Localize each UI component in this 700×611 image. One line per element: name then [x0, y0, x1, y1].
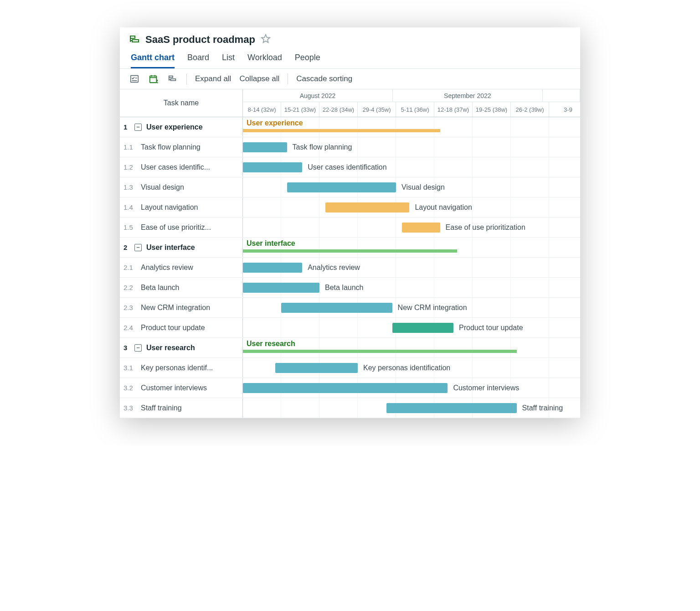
- task-bar[interactable]: [392, 323, 453, 333]
- row-index: 1.2: [124, 163, 136, 171]
- task-bar[interactable]: [243, 283, 319, 293]
- task-bar-label: New CRM integration: [398, 303, 467, 313]
- week-header: 15-21 (33w): [281, 102, 319, 117]
- task-bar[interactable]: [243, 142, 287, 152]
- task-name[interactable]: Analytics review: [141, 264, 193, 272]
- task-bar[interactable]: [325, 202, 410, 212]
- header: SaaS product roadmap Gantt chart Board L…: [120, 27, 580, 68]
- tabs: Gantt chart Board List Workload People: [129, 50, 571, 68]
- row-index: 3.2: [124, 384, 136, 392]
- task-name[interactable]: User cases identific...: [141, 163, 210, 171]
- task-name[interactable]: Staff training: [141, 404, 182, 412]
- checklist-icon[interactable]: [129, 73, 140, 84]
- task-bar-label: Beta launch: [325, 283, 364, 293]
- task-name[interactable]: New CRM integration: [141, 304, 210, 312]
- task-name[interactable]: Key personas identif...: [141, 364, 213, 372]
- collapse-all-button[interactable]: Collapse all: [239, 74, 279, 83]
- row-index: 2: [124, 243, 130, 251]
- grid-body: 1−User experienceUser experience1.1Task …: [120, 117, 580, 418]
- task-row: 3.1Key personas identif...Key personas i…: [120, 358, 580, 378]
- task-row: 1.2User cases identific...User cases ide…: [120, 157, 580, 177]
- svg-rect-0: [130, 36, 135, 38]
- project-icon: [129, 34, 140, 45]
- row-index: 2.3: [124, 304, 136, 311]
- star-icon[interactable]: [261, 34, 271, 46]
- project-title: SaaS product roadmap: [145, 34, 255, 46]
- task-bar-label: Analytics review: [308, 263, 360, 273]
- svg-marker-4: [262, 35, 270, 42]
- group-bar[interactable]: [243, 129, 440, 132]
- task-name[interactable]: Ease of use prioritiz...: [141, 223, 211, 232]
- tab-board[interactable]: Board: [187, 50, 209, 68]
- divider: [288, 73, 288, 84]
- row-index: 2.2: [124, 284, 136, 291]
- task-bar-label: Task flow planning: [293, 142, 352, 152]
- task-name[interactable]: Visual design: [141, 183, 184, 192]
- calendar-alert-icon[interactable]: [148, 73, 159, 84]
- gantt-view-icon[interactable]: [167, 73, 178, 84]
- month-header: September 2022: [393, 89, 543, 102]
- task-row: 2.1Analytics reviewAnalytics review: [120, 258, 580, 278]
- task-bar[interactable]: [243, 162, 302, 172]
- task-name[interactable]: Task flow planning: [141, 143, 201, 151]
- tab-workload[interactable]: Workload: [247, 50, 282, 68]
- row-index: 1.1: [124, 143, 136, 151]
- group-bar-label: User interface: [247, 239, 295, 248]
- row-index: 2.1: [124, 264, 136, 271]
- month-header: [543, 89, 580, 102]
- tab-list[interactable]: List: [222, 50, 235, 68]
- timeline-header: August 2022 September 2022 8-14 (32w)15-…: [243, 89, 580, 117]
- cascade-sorting-button[interactable]: Cascade sorting: [296, 74, 352, 83]
- group-row: 3−User researchUser research: [120, 338, 580, 358]
- task-name[interactable]: Beta launch: [141, 284, 180, 292]
- task-bar[interactable]: [287, 182, 396, 192]
- task-bar-label: User cases identification: [308, 162, 386, 172]
- svg-rect-14: [169, 76, 173, 78]
- tab-gantt-chart[interactable]: Gantt chart: [131, 50, 175, 68]
- weeks-row: 8-14 (32w)15-21 (33w)22-28 (34w)29-4 (35…: [243, 102, 580, 117]
- collapse-toggle[interactable]: −: [134, 344, 142, 352]
- collapse-toggle[interactable]: −: [134, 244, 142, 251]
- row-index: 1: [124, 123, 130, 131]
- row-index: 3.3: [124, 404, 136, 412]
- row-index: 1.3: [124, 183, 136, 191]
- group-name: User interface: [146, 243, 195, 252]
- task-name[interactable]: Layout navigation: [141, 203, 198, 212]
- week-header: 22-28 (34w): [319, 102, 358, 117]
- task-row: 2.4Product tour updateProduct tour updat…: [120, 318, 580, 338]
- row-index: 1.5: [124, 223, 136, 231]
- week-header: 3-9: [549, 102, 580, 117]
- task-bar-label: Visual design: [401, 182, 445, 192]
- svg-rect-15: [170, 79, 175, 81]
- task-bar[interactable]: [275, 363, 358, 373]
- row-index: 3.1: [124, 364, 136, 372]
- expand-all-button[interactable]: Expand all: [195, 74, 231, 83]
- task-name[interactable]: Customer interviews: [141, 384, 207, 392]
- group-bar[interactable]: [243, 350, 517, 353]
- svg-point-13: [157, 83, 158, 83]
- task-row: 3.2Customer interviewsCustomer interview…: [120, 378, 580, 398]
- task-bar[interactable]: [281, 303, 392, 313]
- task-row: 1.1Task flow planningTask flow planning: [120, 137, 580, 157]
- tab-people[interactable]: People: [295, 50, 320, 68]
- grid-header: Task name August 2022 September 2022 8-1…: [120, 89, 580, 117]
- group-bar[interactable]: [243, 249, 457, 253]
- title-row: SaaS product roadmap: [129, 34, 571, 50]
- task-name[interactable]: Product tour update: [141, 324, 205, 332]
- collapse-toggle[interactable]: −: [134, 124, 142, 131]
- task-bar-label: Ease of use prioritization: [446, 223, 525, 233]
- task-bar[interactable]: [386, 403, 517, 413]
- task-bar[interactable]: [243, 263, 302, 273]
- week-header: 29-4 (35w): [358, 102, 396, 117]
- svg-rect-5: [131, 76, 139, 83]
- task-name-column-header: Task name: [120, 89, 243, 117]
- task-bar[interactable]: [243, 383, 448, 393]
- row-index: 2.4: [124, 324, 136, 331]
- task-bar-label: Staff training: [522, 403, 563, 413]
- divider: [186, 73, 187, 84]
- toolbar: Expand all Collapse all Cascade sorting: [120, 68, 580, 89]
- task-bar-label: Product tour update: [459, 323, 523, 333]
- task-bar[interactable]: [402, 223, 440, 233]
- month-header: August 2022: [243, 89, 393, 102]
- group-bar-label: User research: [247, 340, 295, 348]
